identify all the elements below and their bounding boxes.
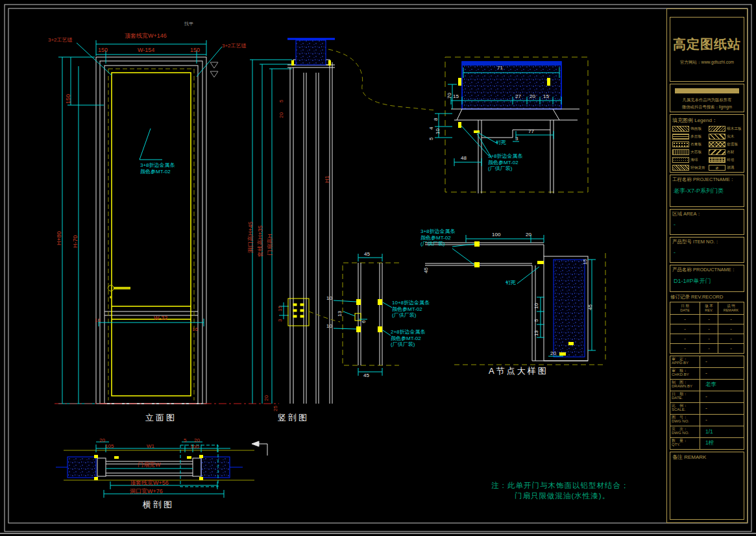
hatch-swatch	[672, 126, 689, 132]
staff-row-dwg-no: 图 号： DWG NO.-	[670, 415, 744, 426]
item-no-value: -	[674, 249, 742, 256]
dim-150-right: 150	[190, 47, 200, 54]
legend-item: 砖墙	[709, 157, 742, 163]
copyright-line2: 微信或抖音号搜索：ilgmgm	[672, 104, 742, 111]
dim-5: 5	[428, 138, 435, 140]
dim-15-left: 15	[453, 93, 459, 100]
dim-20: 20	[278, 112, 285, 118]
fix-note: 钉死	[496, 140, 506, 146]
dim-48: 48	[461, 155, 467, 162]
product-name-value: D1-1#P单开门	[674, 277, 742, 286]
dim-4: 4	[428, 127, 435, 130]
hatch-swatch	[709, 126, 726, 132]
staff-row-qty: 数 量： QTY.1樘	[670, 438, 744, 450]
dim-h1: H1	[324, 175, 331, 183]
hatch-swatch	[709, 141, 726, 147]
dim-105: 105	[105, 443, 114, 450]
dim-5: 5	[533, 319, 540, 322]
field-project-name: 工程名称 PROJECTNAME： 老李-X7-P系列门类	[670, 175, 744, 207]
dim-20: 20	[526, 232, 531, 238]
staff-row-scale: 比 例： SCALE.-	[670, 403, 744, 415]
dim-h70: H-70	[72, 235, 79, 248]
dim-casing-height: 套线高H+35	[257, 225, 264, 257]
dim-77: 77	[528, 128, 534, 135]
dim-top-casing-width: 顶套线宽W+146	[125, 32, 167, 40]
hatch-swatch	[709, 157, 726, 163]
legend-item: 饰面板	[672, 126, 706, 132]
general-note-line1: 注：此单开门与木饰面以铝型材结合；	[491, 481, 629, 491]
dim-13: 13	[337, 311, 343, 317]
drawing-canvas	[0, 0, 756, 536]
dim-bottom-25: 25	[273, 406, 279, 411]
legend-title: 填充图例 Legend：	[672, 117, 742, 124]
detail-a-label: A节点大样图	[489, 366, 548, 376]
gold-bar	[675, 88, 739, 93]
elevation-view-label: 立面图	[145, 413, 177, 423]
dim-bottom-20: 20	[263, 395, 270, 401]
legend-box: 填充图例 Legend： 饰面板 细木工板 多层板 实木 石膏板 密度板 大芯板…	[670, 114, 744, 173]
dim-70: 70	[446, 93, 453, 99]
legend-item: 密度板	[709, 141, 742, 147]
remark-label: 备注 REMARK	[672, 454, 706, 460]
field-product-name: 产品名称 PRODUCTNAME： D1-1#P单开门	[670, 265, 744, 292]
metal-strip-note: 3+8折边金属条 颜色参MT-02	[140, 162, 175, 175]
legend-item: 实木	[709, 134, 742, 140]
rev-record-title: 修订记录 REV.RECORD	[670, 294, 744, 300]
dim-150-left: 150	[98, 47, 108, 54]
legend-item: ø玻璃	[709, 165, 742, 171]
legend-item: 石膏板	[672, 141, 706, 147]
legend-item: 多层板	[672, 134, 706, 140]
staff-table: 审 定： APPD.BY- 审 核： CHKD.BY- 制 图： DRAWN.B…	[670, 356, 744, 450]
elevation-view	[55, 40, 279, 404]
dim-6: 6	[361, 321, 367, 323]
dim-10a: 10	[326, 295, 332, 302]
staff-row-drawn: 制 图： DRAWN.BY老李	[670, 380, 744, 391]
legend-item: 石材	[709, 149, 742, 155]
legend-item: 海绵	[672, 157, 706, 163]
dim-5: 5	[184, 437, 186, 444]
hatch-swatch	[672, 165, 689, 171]
dim-15: 15	[582, 259, 589, 265]
dim-15-right: 15	[543, 93, 549, 100]
detail-top-view	[435, 57, 588, 193]
hatch-swatch	[672, 141, 689, 147]
level-mark: 找平	[184, 21, 193, 27]
dim-20a: 20	[99, 437, 105, 444]
logo-box: 高定图纸站 官方网站：www.gdtuzhi.com	[670, 17, 744, 82]
dim-w32: W-32	[154, 315, 167, 322]
dim-3: 3	[515, 136, 518, 142]
detail-right-view	[425, 235, 605, 365]
title-block: 高定图纸站 官方网站：www.gdtuzhi.com 凡属见本作品均为版权所有 …	[666, 8, 748, 523]
staff-row-chkd: 审 核： CHKD.BY-	[670, 368, 744, 380]
dim-10: 10	[533, 303, 540, 309]
legend-item: 大芯板	[672, 149, 706, 155]
dim-20: 20	[530, 93, 535, 100]
legend-item: 轻钢龙骨	[672, 165, 706, 171]
dim-8: 8	[433, 118, 439, 121]
dim-27: 27	[515, 93, 521, 100]
legend-item: 细木工板	[709, 126, 742, 132]
dim-10b: 10	[326, 323, 332, 330]
vsection-view-label: 竖剖图	[278, 413, 309, 423]
hatch-swatch	[672, 149, 689, 155]
dim-bottom-20: 20	[550, 350, 556, 357]
metal-strip-note: 3+8折边金属条 颜色参MT-02 (厂供厂装)	[421, 228, 456, 247]
dim-hole-height: 洞口高H+45	[247, 221, 254, 253]
dim-gap-left: 3+2工艺缝	[48, 37, 73, 43]
dim-w1: W1	[147, 443, 154, 450]
dim-150-vertical: 150	[65, 94, 72, 104]
dim-w154: W-154	[138, 47, 154, 54]
cad-drawing-sheet: 顶套线宽W+146 150 W-154 150 3+2工艺缝 3+2工艺缝 找平…	[0, 0, 756, 536]
field-item-no: 产品型号 ITEM NO.： -	[670, 237, 744, 263]
vertical-section-view	[250, 39, 436, 404]
metal-strip-note: 3+8折边金属条 颜色参MT-02 (厂供厂装)	[488, 153, 523, 172]
hsection-view-label: 横剖图	[143, 500, 174, 510]
copyright-box: 凡属见本作品均为版权所有 微信或抖音号搜索：ilgmgm	[670, 84, 744, 112]
site-url: 官方网站：www.gdtuzhi.com	[672, 60, 742, 66]
dim-door-height: 门扇高H	[267, 234, 274, 256]
hatch-swatch	[672, 134, 689, 140]
hatch-swatch	[672, 157, 689, 163]
project-name-value: 老李-X7-P系列门类	[674, 187, 742, 195]
dim-door-width: 门扇宽W	[138, 461, 161, 469]
fix-note: 钉死	[506, 280, 516, 286]
